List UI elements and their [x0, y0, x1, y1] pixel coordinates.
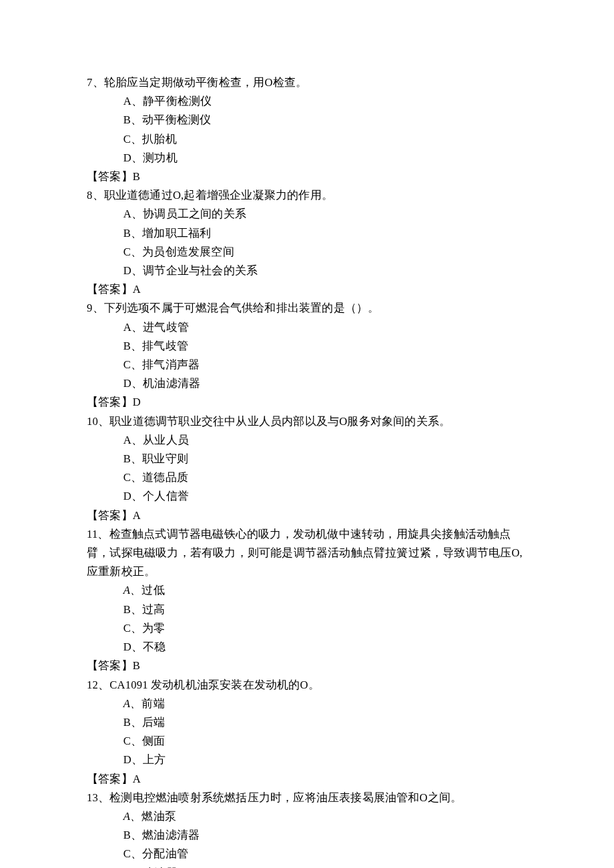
option-label: D、 [123, 490, 143, 502]
option-row: D、个人信誉 [87, 487, 527, 506]
option-text: 静平衡检测仪 [143, 95, 212, 107]
question-stem: 10、职业道德调节职业交往中从业人员内部以及与O服务对象间的关系。 [87, 412, 527, 431]
question-text: 、轮胎应当定期做动平衡检查，用O检查。 [93, 76, 308, 89]
option-row: D、不稳 [87, 638, 527, 657]
option-text: 从业人员 [143, 434, 189, 446]
option-label: B、 [123, 113, 142, 126]
option-label: A、 [123, 321, 143, 334]
option-text: 排气歧管 [142, 340, 188, 352]
option-text: 上方 [143, 753, 166, 766]
option-row: C、扒胎机 [87, 130, 527, 149]
option-text: 过高 [142, 603, 165, 616]
option-row: B、动平衡检测仪 [87, 111, 527, 129]
option-label: B、 [123, 227, 142, 240]
option-row: D、上方 [87, 751, 527, 769]
question-stem: 7、轮胎应当定期做动平衡检查，用O检查。 [87, 73, 527, 92]
option-text: 进气歧管 [143, 321, 189, 334]
option-text: 扒胎机 [142, 133, 177, 145]
question-number: 11 [87, 528, 97, 540]
option-row: D、调节企业与社会的关系 [87, 262, 527, 280]
answer-label: 【答案】 [87, 396, 133, 408]
option-row: D、机油滤清器 [87, 374, 527, 393]
option-label: A、 [123, 584, 142, 596]
question-text: 、CA1091 发动机机油泵安装在发动机的O。 [98, 679, 320, 691]
option-row: B、增加职工福利 [87, 224, 527, 243]
option-row: A、静平衡检测仪 [87, 92, 527, 111]
option-row: B、过高 [87, 600, 527, 619]
option-row: A、前端 [87, 695, 527, 713]
option-label: B、 [123, 452, 142, 465]
option-text: 燃油滤清器 [142, 829, 200, 841]
option-row: A、燃油泵 [87, 807, 527, 826]
option-text: 排气消声器 [142, 358, 200, 371]
option-label: D、 [123, 753, 143, 766]
option-row: C、为零 [87, 619, 527, 638]
answer-value: A [133, 509, 141, 522]
answer-label: 【答案】 [87, 170, 133, 183]
question-number: 10 [87, 415, 98, 428]
option-label: D、 [123, 151, 143, 164]
option-label: C、 [123, 735, 142, 747]
option-text: 为员创造发展空间 [142, 246, 234, 258]
option-text: 动平衡检测仪 [142, 113, 211, 126]
option-label: C、 [123, 133, 142, 145]
option-text: 后端 [142, 716, 165, 729]
answer-line: 【答案】A [87, 770, 527, 789]
question-number: 8 [87, 189, 93, 201]
option-row: C、为员创造发展空间 [87, 243, 527, 262]
question-text: 、下列选项不属于可燃混合气供给和排出装置的是（）。 [93, 302, 380, 314]
answer-line: 【答案】A [87, 280, 527, 299]
answer-label: 【答案】 [87, 283, 133, 296]
document-page: 7、轮胎应当定期做动平衡检查，用O检查。A、静平衡检测仪B、动平衡检测仪C、扒胎… [0, 0, 614, 868]
option-label: B、 [123, 603, 142, 616]
answer-label: 【答案】 [87, 509, 133, 522]
answer-label: 【答案】 [87, 659, 133, 672]
answer-line: 【答案】B [87, 167, 527, 186]
option-label: B、 [123, 829, 142, 841]
option-text: 协调员工之间的关系 [143, 207, 246, 220]
option-label: C、 [123, 847, 142, 860]
answer-value: D [133, 396, 141, 408]
option-label: D、 [123, 377, 143, 390]
answer-value: B [133, 170, 140, 183]
option-row: A、协调员工之间的关系 [87, 205, 527, 224]
question-text: 、职业道德调节职业交往中从业人员内部以及与O服务对象间的关系。 [98, 415, 450, 428]
option-row: B、后端 [87, 713, 527, 732]
option-text: 不稳 [143, 640, 166, 653]
option-row: B、燃油滤清器 [87, 826, 527, 845]
option-text: 增加职工福利 [142, 227, 211, 240]
question-stem: 13、检测电控燃油喷射系统燃括压力时，应将油压表接曷展油管和O之间。 [87, 789, 527, 807]
option-row: C、排气消声器 [87, 356, 527, 374]
option-label: A、 [123, 207, 143, 220]
option-text: 道德品质 [142, 471, 188, 484]
option-label: B、 [123, 340, 142, 352]
option-text: 分配油管 [142, 847, 188, 860]
option-text: 过低 [141, 584, 164, 596]
answer-value: B [133, 659, 140, 672]
answer-value: A [133, 283, 141, 296]
answer-line: 【答案】B [87, 657, 527, 675]
option-label: A、 [123, 810, 142, 823]
option-text: 燃油泵 [141, 810, 176, 823]
option-row: C、道德品质 [87, 468, 527, 487]
question-number: 9 [87, 302, 93, 314]
option-row: A、进气歧管 [87, 318, 527, 337]
option-row: A、从业人员 [87, 431, 527, 450]
option-text: 侧面 [142, 735, 165, 747]
question-text: 、检测电控燃油喷射系统燃括压力时，应将油压表接曷展油管和O之间。 [98, 791, 462, 804]
option-label: D、 [123, 264, 143, 277]
option-row: C、分配油管 [87, 845, 527, 863]
option-label: A、 [123, 95, 143, 107]
option-label: C、 [123, 471, 142, 484]
answer-line: 【答案】A [87, 506, 527, 525]
option-text: 职业守则 [142, 452, 188, 465]
option-label: C、 [123, 246, 142, 258]
answer-value: A [133, 773, 141, 785]
option-row: B、职业守则 [87, 450, 527, 468]
option-text: 机油滤清器 [143, 377, 200, 390]
option-label: D、 [123, 640, 143, 653]
question-stem: 9、下列选项不属于可燃混合气供给和排出装置的是（）。 [87, 299, 527, 318]
option-text: 测功机 [143, 151, 178, 164]
question-stem: 11、检查触点式调节器电磁铁心的吸力，发动机做中速转动，用旋具尖接触活动触点臂，… [87, 525, 527, 582]
option-row: D、测功机 [87, 149, 527, 167]
